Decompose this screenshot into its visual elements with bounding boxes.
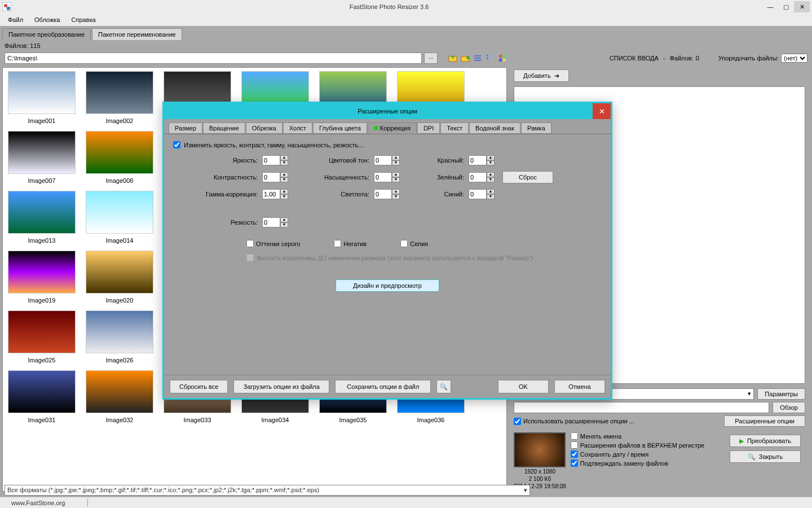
- thumbnail-image: [86, 370, 153, 413]
- thumbnail-item[interactable]: Image008: [84, 131, 155, 184]
- reset-button[interactable]: Сброс: [502, 171, 553, 183]
- convert-button[interactable]: ▶Преобразовать: [730, 435, 801, 447]
- tab-batch-convert[interactable]: Пакетное преобразование: [2, 28, 91, 40]
- svg-rect-16: [503, 59, 506, 62]
- thumbnail-label: Image033: [184, 417, 211, 423]
- maximize-button[interactable]: ▢: [778, 1, 794, 12]
- brightness-input[interactable]: ▲▼: [262, 155, 288, 165]
- output-browse-button[interactable]: Обзор: [773, 402, 805, 413]
- dtab-correction[interactable]: Коррекция: [368, 122, 417, 134]
- menu-help[interactable]: Справка: [67, 15, 100, 24]
- dtab-dpi[interactable]: DPI: [417, 122, 440, 134]
- dialog-close-button[interactable]: ✕: [593, 103, 611, 119]
- folder-up-icon[interactable]: [448, 53, 458, 63]
- keep-date-check[interactable]: Сохранять дату / время: [571, 450, 721, 458]
- thumbnail-image: [8, 71, 76, 114]
- advanced-options-dialog: Расширенные опции ✕ Размер Вращение Обре…: [162, 102, 612, 400]
- magnifier-button[interactable]: 🔍: [436, 380, 451, 393]
- thumbnail-item[interactable]: Image013: [6, 191, 77, 244]
- cancel-button[interactable]: Отмена: [554, 380, 605, 393]
- close-app-button[interactable]: 🔍Закрыть: [730, 450, 801, 463]
- thumbnail-image: [8, 310, 76, 353]
- thumbnail-label: Image001: [28, 117, 56, 124]
- thumbnail-item[interactable]: Image002: [84, 71, 155, 124]
- red-input[interactable]: ▲▼: [469, 155, 495, 165]
- save-options-button[interactable]: Сохранить опции в файл: [335, 380, 431, 393]
- browse-button[interactable]: ...: [424, 52, 438, 64]
- rename-check[interactable]: Менять имена: [571, 432, 721, 440]
- thumbnail-item[interactable]: Image032: [84, 370, 155, 423]
- folder-new-icon[interactable]: ★: [460, 53, 470, 63]
- sharpness-input[interactable]: ▲▼: [262, 217, 288, 227]
- view-details-icon[interactable]: [485, 53, 495, 63]
- file-filter-dropdown[interactable]: Все форматы (*.jpg;*.jpe;*.jpeg;*.bmp;*.…: [5, 485, 530, 496]
- menu-skin[interactable]: Обложка: [30, 15, 64, 24]
- view-list-icon[interactable]: [473, 53, 483, 63]
- hue-input[interactable]: ▲▼: [374, 155, 400, 165]
- reset-all-button[interactable]: Сбросить все: [170, 380, 228, 393]
- dtab-rotate[interactable]: Вращение: [203, 122, 245, 134]
- dtab-canvas[interactable]: Холст: [283, 122, 312, 134]
- dialog-tab-bar: Размер Вращение Обрезка Холст Глубина цв…: [164, 119, 611, 134]
- sort-select[interactable]: (нет): [781, 54, 807, 63]
- design-preview-button[interactable]: Дизайн и предпросмотр: [336, 279, 439, 292]
- thumbnail-item[interactable]: Image001: [6, 71, 77, 124]
- dtab-crop[interactable]: Обрезка: [246, 122, 283, 134]
- thumbnail-item[interactable]: Image020: [84, 251, 155, 304]
- active-dot-icon: [374, 126, 378, 130]
- contrast-input[interactable]: ▲▼: [262, 172, 288, 182]
- dtab-watermark[interactable]: Водяной знак: [469, 122, 520, 134]
- format-settings-button[interactable]: Параметры: [757, 388, 805, 400]
- saturation-input[interactable]: ▲▼: [374, 172, 400, 182]
- preview-thumbnail[interactable]: [514, 432, 566, 467]
- thumbnail-item[interactable]: Image019: [6, 251, 77, 304]
- minimize-button[interactable]: —: [762, 1, 778, 12]
- uppercase-ext-check[interactable]: Расширения файлов в ВЕРХНЕМ регистре: [571, 441, 721, 449]
- menu-file[interactable]: Файл: [3, 15, 28, 24]
- enable-correction-check[interactable]: Изменить яркость, контраст, гамму, насыщ…: [173, 141, 602, 148]
- advanced-options-check[interactable]: Использовать расширеннные опции ...: [514, 418, 721, 425]
- close-button[interactable]: ✕: [794, 1, 810, 12]
- load-options-button[interactable]: Загрузить опции из файла: [233, 380, 329, 393]
- thumbnail-label: Image035: [339, 417, 367, 423]
- sepia-check[interactable]: Сепия: [400, 240, 428, 247]
- add-button[interactable]: Добавить ➔: [514, 69, 569, 82]
- svg-rect-8: [474, 60, 481, 61]
- thumbnail-image: [86, 131, 153, 174]
- preview-size: 2 100 Кб: [514, 476, 566, 482]
- view-thumbs-icon[interactable]: [497, 53, 508, 63]
- output-folder-input[interactable]: [514, 402, 769, 413]
- app-icon: [2, 2, 11, 11]
- green-input[interactable]: ▲▼: [469, 172, 495, 182]
- dtab-text[interactable]: Текст: [440, 122, 469, 134]
- advanced-options-button[interactable]: Расширенные опции: [724, 415, 805, 427]
- ok-button[interactable]: OK: [498, 380, 549, 393]
- tab-batch-rename[interactable]: Пакетное переименование: [92, 28, 182, 40]
- svg-rect-13: [499, 55, 502, 58]
- status-url[interactable]: www.FastStone.org: [11, 500, 65, 506]
- input-list-title: СПИСОК ВВОДА: [610, 55, 659, 62]
- svg-rect-11: [487, 58, 488, 59]
- thumbnail-image: [86, 191, 153, 234]
- dtab-size[interactable]: Размер: [169, 122, 202, 134]
- dtab-border[interactable]: Рамка: [521, 122, 551, 134]
- thumbnail-label: Image014: [106, 237, 134, 244]
- negative-check[interactable]: Негатив: [334, 240, 367, 247]
- svg-rect-2: [7, 7, 10, 10]
- lightness-input[interactable]: ▲▼: [374, 189, 400, 199]
- status-bar: www.FastStone.org: [0, 497, 812, 508]
- gamma-input[interactable]: ▲▼: [262, 189, 288, 199]
- svg-text:★: ★: [465, 54, 470, 61]
- thumbnail-item[interactable]: Image026: [84, 310, 155, 364]
- thumbnail-label: Image034: [262, 417, 289, 423]
- thumbnail-item[interactable]: Image031: [6, 370, 77, 423]
- thumbnail-item[interactable]: Image007: [6, 131, 77, 184]
- thumbnail-item[interactable]: Image014: [84, 191, 155, 244]
- thumbnail-label: Image002: [106, 117, 134, 124]
- thumbnail-item[interactable]: Image025: [6, 310, 77, 364]
- confirm-overwrite-check[interactable]: Подтверждать замену файлов: [571, 459, 721, 467]
- blue-input[interactable]: ▲▼: [469, 189, 495, 199]
- path-input[interactable]: [5, 52, 422, 64]
- dtab-depth[interactable]: Глубина цвета: [313, 122, 367, 134]
- grayscale-check[interactable]: Оттенки серого: [246, 240, 300, 247]
